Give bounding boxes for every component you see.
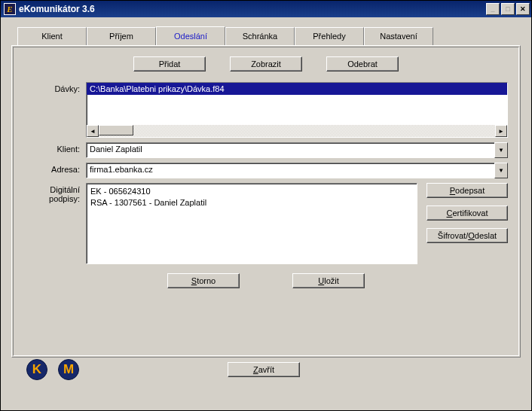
tab-odeslani[interactable]: Odeslání [156, 26, 225, 45]
tab-klient[interactable]: Klient [17, 27, 87, 46]
minimize-button[interactable]: _ [486, 3, 500, 15]
davky-listbox[interactable]: C:\Banka\Platebni prikazy\Dávka.f84 ◄ ► [86, 82, 508, 138]
odebrat-button[interactable]: Odebrat [326, 56, 399, 72]
maximize-button[interactable]: □ [501, 3, 515, 15]
adresa-value[interactable]: firma1.ebanka.cz [86, 163, 494, 178]
tabstrip: Klient Příjem Odeslání Schránka Přehledy… [17, 26, 521, 45]
scroll-thumb[interactable] [99, 125, 133, 135]
podpisy-textarea[interactable]: EK - 065624310 RSA - 1307561 - Daniel Za… [86, 183, 417, 264]
app-icon: E [4, 3, 16, 15]
davky-label: Dávky: [24, 82, 86, 93]
adresa-label: Adresa: [24, 163, 86, 174]
scroll-right-icon[interactable]: ► [495, 125, 507, 137]
storno-button[interactable]: Storno [167, 273, 240, 288]
signature-line-1: EK - 065624310 [90, 186, 413, 197]
davky-item-selected[interactable]: C:\Banka\Platebni prikazy\Dávka.f84 [87, 83, 507, 95]
pridat-button[interactable]: Přidat [133, 56, 206, 72]
zavrit-button[interactable]: Zavřít [228, 362, 300, 377]
zobrazit-button[interactable]: Zobrazit [230, 56, 302, 72]
adresa-combo[interactable]: firma1.ebanka.cz ▼ [86, 163, 508, 178]
scroll-left-icon[interactable]: ◄ [87, 125, 99, 137]
footer: K M Zavřít [11, 358, 521, 385]
close-window-button[interactable]: ✕ [516, 3, 530, 15]
scroll-track[interactable] [99, 125, 495, 137]
podepsat-button[interactable]: Podepsat [427, 183, 508, 198]
titlebar: E eKomunikátor 3.6 _ □ ✕ [1, 1, 531, 17]
tab-panel-odeslani: Přidat Zobrazit Odebrat Dávky: C:\Banka\… [11, 45, 521, 358]
tab-prehledy[interactable]: Přehledy [295, 27, 364, 46]
app-window: E eKomunikátor 3.6 _ □ ✕ Klient Příjem O… [0, 0, 532, 411]
certifikovat-button[interactable]: Certifikovat [427, 206, 508, 221]
tab-schranka[interactable]: Schránka [225, 27, 295, 46]
ulozit-button[interactable]: Uložit [292, 273, 365, 288]
podpisy-label: Digitální podpisy: [24, 183, 86, 203]
klient-label: Klient: [24, 142, 86, 154]
klient-combo[interactable]: Daniel Zaplatil ▼ [86, 142, 508, 158]
signature-line-2: RSA - 1307561 - Daniel Zaplatil [90, 197, 413, 209]
klient-dropdown-icon[interactable]: ▼ [494, 142, 508, 158]
tab-nastaveni[interactable]: Nastavení [364, 27, 433, 46]
tab-prijem[interactable]: Příjem [87, 27, 156, 46]
davky-scrollbar[interactable]: ◄ ► [87, 125, 507, 137]
adresa-dropdown-icon[interactable]: ▼ [494, 163, 508, 178]
sifrovat-odeslat-button[interactable]: Šifrovat/Odeslat [427, 228, 508, 243]
klient-value[interactable]: Daniel Zaplatil [86, 142, 494, 158]
window-title: eKomunikátor 3.6 [19, 4, 486, 14]
